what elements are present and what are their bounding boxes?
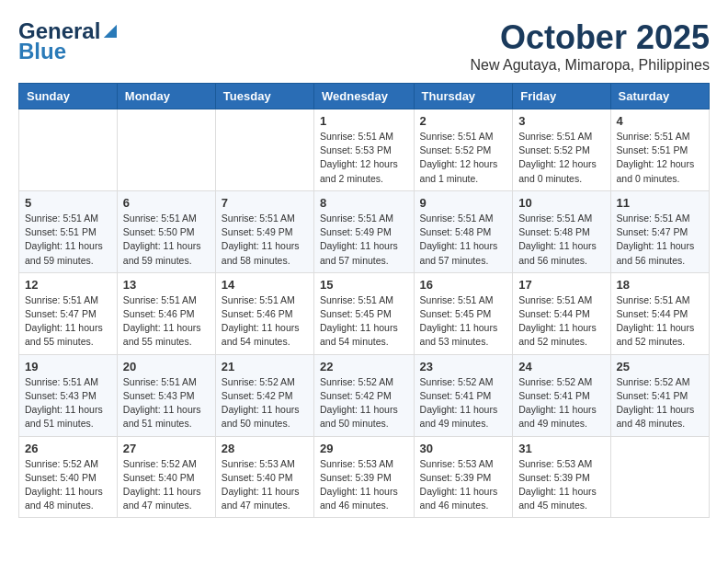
day-info: Sunrise: 5:51 AM Sunset: 5:51 PM Dayligh… xyxy=(25,212,111,268)
day-info: Sunrise: 5:51 AM Sunset: 5:45 PM Dayligh… xyxy=(320,293,408,350)
day-number: 12 xyxy=(25,278,111,292)
calendar-cell: 3Sunrise: 5:51 AM Sunset: 5:52 PM Daylig… xyxy=(513,109,610,191)
calendar-cell: 9Sunrise: 5:51 AM Sunset: 5:48 PM Daylig… xyxy=(414,190,513,272)
day-info: Sunrise: 5:51 AM Sunset: 5:43 PM Dayligh… xyxy=(25,375,111,431)
day-number: 6 xyxy=(123,196,210,210)
weekday-header: Thursday xyxy=(414,84,513,109)
day-info: Sunrise: 5:51 AM Sunset: 5:46 PM Dayligh… xyxy=(222,293,308,350)
day-number: 27 xyxy=(123,442,210,455)
day-info: Sunrise: 5:51 AM Sunset: 5:48 PM Dayligh… xyxy=(420,212,507,268)
calendar-cell: 24Sunrise: 5:52 AM Sunset: 5:41 PM Dayli… xyxy=(513,354,610,436)
calendar-cell: 23Sunrise: 5:52 AM Sunset: 5:41 PM Dayli… xyxy=(414,354,513,436)
calendar-table: SundayMondayTuesdayWednesdayThursdayFrid… xyxy=(18,83,710,518)
calendar-cell: 2Sunrise: 5:51 AM Sunset: 5:52 PM Daylig… xyxy=(414,109,513,191)
day-info: Sunrise: 5:52 AM Sunset: 5:40 PM Dayligh… xyxy=(25,457,111,513)
calendar-cell: 29Sunrise: 5:53 AM Sunset: 5:39 PM Dayli… xyxy=(314,436,415,518)
calendar-cell: 12Sunrise: 5:51 AM Sunset: 5:47 PM Dayli… xyxy=(19,272,118,354)
calendar-cell: 28Sunrise: 5:53 AM Sunset: 5:40 PM Dayli… xyxy=(215,436,313,518)
calendar-cell: 19Sunrise: 5:51 AM Sunset: 5:43 PM Dayli… xyxy=(19,354,118,436)
day-number: 11 xyxy=(617,196,703,210)
day-number: 30 xyxy=(420,442,507,455)
day-info: Sunrise: 5:51 AM Sunset: 5:52 PM Dayligh… xyxy=(420,130,507,186)
day-number: 7 xyxy=(222,196,308,210)
day-number: 9 xyxy=(420,196,507,210)
calendar-cell: 31Sunrise: 5:53 AM Sunset: 5:39 PM Dayli… xyxy=(513,436,610,518)
calendar-cell: 26Sunrise: 5:52 AM Sunset: 5:40 PM Dayli… xyxy=(19,436,118,518)
day-info: Sunrise: 5:51 AM Sunset: 5:47 PM Dayligh… xyxy=(25,293,111,350)
day-info: Sunrise: 5:51 AM Sunset: 5:49 PM Dayligh… xyxy=(320,212,408,268)
calendar-cell: 13Sunrise: 5:51 AM Sunset: 5:46 PM Dayli… xyxy=(117,272,215,354)
day-info: Sunrise: 5:52 AM Sunset: 5:41 PM Dayligh… xyxy=(617,375,703,431)
day-info: Sunrise: 5:51 AM Sunset: 5:53 PM Dayligh… xyxy=(320,130,408,186)
day-info: Sunrise: 5:53 AM Sunset: 5:40 PM Dayligh… xyxy=(222,457,308,513)
calendar-cell: 8Sunrise: 5:51 AM Sunset: 5:49 PM Daylig… xyxy=(314,190,415,272)
calendar-cell xyxy=(117,109,215,191)
day-info: Sunrise: 5:52 AM Sunset: 5:40 PM Dayligh… xyxy=(123,457,210,513)
calendar-cell: 27Sunrise: 5:52 AM Sunset: 5:40 PM Dayli… xyxy=(117,436,215,518)
day-number: 5 xyxy=(25,196,111,210)
calendar-cell: 30Sunrise: 5:53 AM Sunset: 5:39 PM Dayli… xyxy=(414,436,513,518)
calendar-week-row: 5Sunrise: 5:51 AM Sunset: 5:51 PM Daylig… xyxy=(19,190,710,272)
calendar-cell: 17Sunrise: 5:51 AM Sunset: 5:44 PM Dayli… xyxy=(513,272,610,354)
day-number: 28 xyxy=(222,442,308,455)
day-info: Sunrise: 5:53 AM Sunset: 5:39 PM Dayligh… xyxy=(320,457,408,513)
weekday-header: Friday xyxy=(513,84,610,109)
day-number: 24 xyxy=(518,360,604,373)
day-info: Sunrise: 5:51 AM Sunset: 5:47 PM Dayligh… xyxy=(617,212,703,268)
calendar-cell: 18Sunrise: 5:51 AM Sunset: 5:44 PM Dayli… xyxy=(610,272,709,354)
day-info: Sunrise: 5:51 AM Sunset: 5:44 PM Dayligh… xyxy=(617,293,703,350)
day-number: 25 xyxy=(617,360,703,373)
calendar-cell: 4Sunrise: 5:51 AM Sunset: 5:51 PM Daylig… xyxy=(610,109,709,191)
day-number: 31 xyxy=(518,442,604,455)
day-number: 19 xyxy=(25,360,111,373)
day-number: 18 xyxy=(617,278,703,292)
weekday-header: Monday xyxy=(117,84,215,109)
calendar-cell: 14Sunrise: 5:51 AM Sunset: 5:46 PM Dayli… xyxy=(215,272,313,354)
calendar-cell xyxy=(215,109,313,191)
weekday-header: Saturday xyxy=(610,84,709,109)
day-number: 1 xyxy=(320,114,408,128)
weekday-header: Sunday xyxy=(19,84,118,109)
day-number: 20 xyxy=(123,360,210,373)
calendar-cell: 1Sunrise: 5:51 AM Sunset: 5:53 PM Daylig… xyxy=(314,109,415,191)
calendar-cell: 7Sunrise: 5:51 AM Sunset: 5:49 PM Daylig… xyxy=(215,190,313,272)
day-number: 13 xyxy=(123,278,210,292)
day-number: 17 xyxy=(518,278,604,292)
calendar-cell: 25Sunrise: 5:52 AM Sunset: 5:41 PM Dayli… xyxy=(610,354,709,436)
day-info: Sunrise: 5:53 AM Sunset: 5:39 PM Dayligh… xyxy=(420,457,507,513)
day-number: 14 xyxy=(222,278,308,292)
day-info: Sunrise: 5:52 AM Sunset: 5:41 PM Dayligh… xyxy=(420,375,507,431)
day-number: 29 xyxy=(320,442,408,455)
calendar-week-row: 26Sunrise: 5:52 AM Sunset: 5:40 PM Dayli… xyxy=(19,436,710,518)
month-title: October 2025 xyxy=(470,18,710,57)
day-number: 16 xyxy=(420,278,507,292)
day-number: 23 xyxy=(420,360,507,373)
day-info: Sunrise: 5:51 AM Sunset: 5:52 PM Dayligh… xyxy=(518,130,604,186)
calendar-week-row: 1Sunrise: 5:51 AM Sunset: 5:53 PM Daylig… xyxy=(19,109,710,191)
calendar-cell: 6Sunrise: 5:51 AM Sunset: 5:50 PM Daylig… xyxy=(117,190,215,272)
day-info: Sunrise: 5:51 AM Sunset: 5:50 PM Dayligh… xyxy=(123,212,210,268)
svg-marker-1 xyxy=(104,25,117,38)
calendar-cell: 16Sunrise: 5:51 AM Sunset: 5:45 PM Dayli… xyxy=(414,272,513,354)
calendar-cell: 22Sunrise: 5:52 AM Sunset: 5:42 PM Dayli… xyxy=(314,354,415,436)
day-number: 26 xyxy=(25,442,111,455)
calendar-header-row: SundayMondayTuesdayWednesdayThursdayFrid… xyxy=(19,84,710,109)
day-info: Sunrise: 5:51 AM Sunset: 5:48 PM Dayligh… xyxy=(518,212,604,268)
day-info: Sunrise: 5:51 AM Sunset: 5:44 PM Dayligh… xyxy=(518,293,604,350)
day-number: 4 xyxy=(617,114,703,128)
location: New Agutaya, Mimaropa, Philippines xyxy=(470,57,710,74)
day-info: Sunrise: 5:52 AM Sunset: 5:42 PM Dayligh… xyxy=(320,375,408,431)
weekday-header: Wednesday xyxy=(314,84,415,109)
title-section: October 2025 New Agutaya, Mimaropa, Phil… xyxy=(470,18,710,74)
day-info: Sunrise: 5:52 AM Sunset: 5:41 PM Dayligh… xyxy=(518,375,604,431)
page-header: General Blue October 2025 New Agutaya, M… xyxy=(18,18,710,74)
calendar-cell: 11Sunrise: 5:51 AM Sunset: 5:47 PM Dayli… xyxy=(610,190,709,272)
day-info: Sunrise: 5:51 AM Sunset: 5:45 PM Dayligh… xyxy=(420,293,507,350)
calendar-cell xyxy=(610,436,709,518)
day-info: Sunrise: 5:51 AM Sunset: 5:43 PM Dayligh… xyxy=(123,375,210,431)
day-number: 2 xyxy=(420,114,507,128)
day-number: 15 xyxy=(320,278,408,292)
day-info: Sunrise: 5:52 AM Sunset: 5:42 PM Dayligh… xyxy=(222,375,308,431)
day-number: 3 xyxy=(518,114,604,128)
day-number: 22 xyxy=(320,360,408,373)
